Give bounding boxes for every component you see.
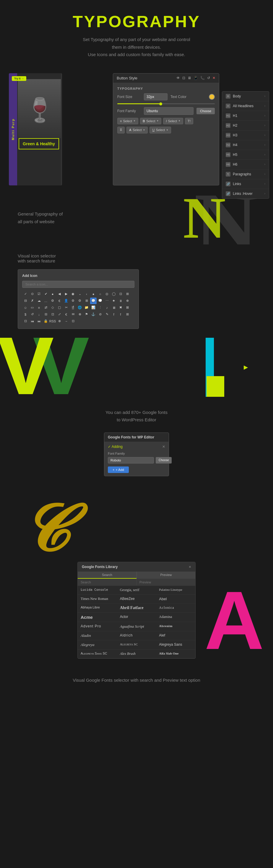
font-list-item[interactable]: Georgia, serif — [117, 586, 156, 595]
icon-x2[interactable]: ✖ — [117, 304, 124, 311]
try-it-button[interactable]: Try it → — [12, 76, 26, 81]
icon-dot2[interactable]: ◉ — [70, 291, 76, 297]
icon-arrow-left[interactable]: ◀ — [56, 291, 63, 297]
icon-bt[interactable]: ⊕ — [56, 318, 63, 324]
icon-ban[interactable]: ⊘ — [97, 311, 103, 318]
font-list-item[interactable]: Alegreya — [78, 640, 117, 650]
icon-user2[interactable]: 👤 — [63, 298, 69, 304]
icon-monitor2[interactable]: 🖥 — [111, 304, 117, 311]
icon-grid2[interactable]: ⊞ — [83, 298, 90, 304]
icon-doc2[interactable]: ⊡ — [70, 318, 76, 324]
typo-item-h6[interactable]: H6 H6 › — [222, 160, 269, 169]
icon-circle-o[interactable]: ○ — [97, 291, 103, 297]
font-list-item[interactable]: Abrenim — [156, 622, 195, 631]
icon-circle[interactable]: ● — [90, 291, 97, 297]
typo-item-h4[interactable]: H4 H4 › — [222, 140, 269, 150]
icon-tag[interactable]: ⊕ — [77, 311, 83, 318]
font-list-item[interactable]: Abril Fatface — [117, 603, 156, 613]
icon-arrow-right[interactable]: ▶ — [63, 291, 69, 297]
font-list-item[interactable]: Adamina — [156, 613, 195, 622]
icon-share[interactable]: ⚙ — [77, 298, 83, 304]
style-btn-strikethrough[interactable]: T̶ — [117, 127, 125, 133]
icon-check[interactable]: ✓ — [22, 291, 29, 297]
icon-check2[interactable]: ✔ — [42, 291, 49, 297]
font-list-item[interactable]: Alef — [156, 631, 195, 640]
font-list-item[interactable]: Aguafina Script — [117, 622, 156, 631]
typo-item-body[interactable]: B Body › — [222, 92, 269, 101]
font-list-item[interactable]: Alegreya Sans — [156, 640, 195, 650]
typo-item-links-hover[interactable]: 🔗 Links :Hover › — [222, 189, 269, 198]
icon-expand[interactable]: ⤢ — [56, 311, 63, 318]
icon-digg[interactable]: ⊠ — [124, 304, 130, 311]
text-color-picker[interactable] — [209, 94, 215, 100]
style-btn-text-color[interactable]: A Select ▼ — [126, 127, 148, 133]
font-list-item[interactable]: Lucida Console — [78, 586, 117, 595]
style-btn-underline[interactable]: U Select ▼ — [150, 127, 171, 133]
icon-circle-check[interactable]: ⊙ — [29, 291, 35, 297]
panel-close-icon[interactable]: ✕ — [212, 76, 215, 80]
typo-item-h2[interactable]: H2 H2 › — [222, 121, 269, 130]
adding-close-icon[interactable]: ✕ — [162, 445, 165, 449]
icon-stack[interactable]: ⋮ — [97, 304, 103, 311]
typo-item-h1[interactable]: H1 H1 › — [222, 111, 269, 121]
panel-icon-eye[interactable]: 👁 — [176, 76, 180, 80]
icon-prev[interactable]: ⏮ — [29, 318, 35, 324]
icon-anchor[interactable]: ⚓ — [90, 311, 97, 318]
icon-music[interactable]: ♪ — [104, 304, 110, 311]
icon-checkbox[interactable]: ☑ — [36, 291, 42, 297]
gfont-family-input[interactable] — [108, 457, 154, 464]
icon-fb[interactable]: f — [111, 311, 117, 318]
icon-euro[interactable]: € — [56, 298, 63, 304]
font-list-item[interactable]: Palatino Linotype — [156, 586, 195, 595]
typo-item-all-headlines[interactable]: H All Headlines › — [222, 101, 269, 111]
icon-globe[interactable]: 🌐 — [77, 304, 83, 311]
icon-next[interactable]: ⏭ — [36, 318, 42, 324]
icon-scissors[interactable]: ✂ — [63, 304, 69, 311]
gfonts-preview-input[interactable] — [136, 579, 195, 585]
gfonts-search-input[interactable] — [78, 579, 136, 585]
icon-photo2[interactable]: ⊡ — [49, 311, 56, 318]
icon-fb2[interactable]: f — [117, 311, 124, 318]
panel-icon-monitor[interactable]: 🖥 — [188, 76, 191, 80]
icon-x[interactable]: ✗ — [29, 298, 35, 304]
font-list-item[interactable]: Alex Brush — [117, 650, 156, 658]
icon-settings[interactable]: ⚙ — [49, 298, 56, 304]
icon-fork[interactable]: 🍴 — [70, 304, 76, 311]
gfont-choose-button[interactable]: Choose — [156, 457, 172, 464]
icon-pencil[interactable]: ✎ — [104, 311, 110, 318]
icon-rect[interactable]: ▢ — [56, 304, 63, 311]
panel-icon-refresh[interactable]: ↺ — [207, 76, 210, 80]
font-list-item[interactable]: ABeeZee — [117, 595, 156, 603]
icon-chevron-down[interactable]: ⌄ — [77, 291, 83, 297]
font-family-input[interactable] — [144, 107, 193, 115]
panel-icon-tablet[interactable]: 📱 — [193, 76, 198, 80]
icon-arrows[interactable]: ⇄ — [42, 304, 49, 311]
style-btn-bold[interactable]: B Select ▼ — [140, 118, 161, 124]
icon-copy2[interactable]: ⊞ — [124, 291, 130, 297]
font-list-item[interactable]: Abel — [156, 595, 195, 603]
icon-search-input[interactable] — [22, 281, 134, 288]
font-size-slider[interactable] — [117, 103, 215, 104]
style-btn-align[interactable]: ≡ Select ▼ — [117, 118, 138, 124]
icon-bubble[interactable]: 💬 — [90, 298, 97, 304]
icon-ellipsis[interactable]: … — [42, 298, 49, 304]
icon-photo[interactable]: ⊟ — [42, 311, 49, 318]
icon-circle3[interactable]: ◯ — [111, 291, 117, 297]
icon-emoji[interactable]: ☺ — [22, 304, 29, 311]
panel-icon-copy[interactable]: ⊡ — [182, 76, 185, 80]
icon-chevron-left[interactable]: ‹ — [83, 291, 90, 297]
icon-diamond[interactable]: ◇ — [49, 304, 56, 311]
icon-pause[interactable]: ⏸ — [117, 298, 124, 304]
icon-dollar[interactable]: $ — [22, 311, 29, 318]
typo-item-paragraphs[interactable]: ¶ Paragraphs › — [222, 169, 269, 179]
font-list-item[interactable]: Alegreya SC — [117, 640, 156, 650]
icon-fb4[interactable]: ⊡ — [22, 318, 29, 324]
font-list-item[interactable]: Advent Pro — [78, 622, 117, 631]
font-list-item[interactable]: Abhaya Libre — [78, 603, 117, 613]
icon-chart[interactable]: 📊 — [90, 304, 97, 311]
choose-button[interactable]: Choose — [196, 108, 215, 114]
icon-copy[interactable]: ⊡ — [117, 291, 124, 297]
icon-mail2[interactable]: ✉ — [70, 311, 76, 318]
font-list-item[interactable]: Aladin — [78, 631, 117, 640]
icon-dots[interactable]: ⋯ — [104, 298, 110, 304]
